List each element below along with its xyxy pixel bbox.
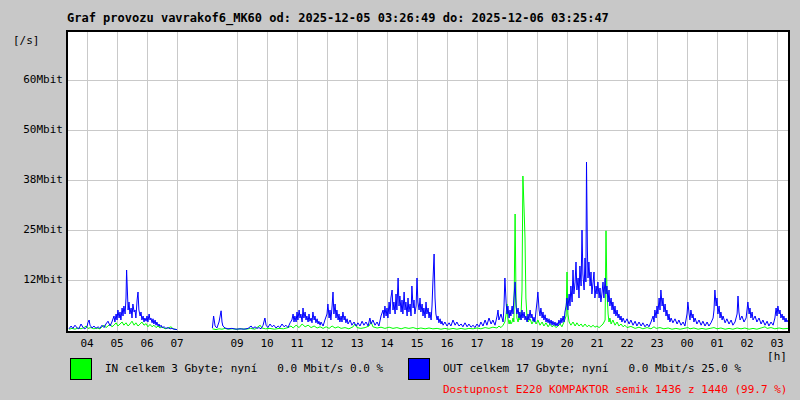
- legend-out-label: OUT celkem 17 Gbyte; nyní 0.0 Mbit/s 25.…: [443, 362, 741, 375]
- x-tick-label: 04: [80, 338, 93, 350]
- traffic-chart: [68, 32, 788, 331]
- x-tick-label: 23: [650, 338, 663, 350]
- x-tick-label: 15: [410, 338, 423, 350]
- x-tick-label: 14: [380, 338, 393, 350]
- y-tick-label: 25Mbit: [23, 224, 63, 236]
- x-tick-label: 21: [590, 338, 603, 350]
- plot-area: [66, 30, 790, 333]
- x-tick-label: 22: [620, 338, 633, 350]
- x-tick-label: 00: [680, 338, 693, 350]
- x-tick-label: 18: [500, 338, 513, 350]
- y-tick-label: 50Mbit: [23, 124, 63, 136]
- y-tick-label: 38Mbit: [23, 174, 63, 186]
- x-tick-label: 13: [350, 338, 363, 350]
- x-tick-label: 20: [560, 338, 573, 350]
- x-tick-label: 16: [440, 338, 453, 350]
- series-in-line: [212, 176, 788, 330]
- x-tick-label: 07: [170, 338, 183, 350]
- x-tick-label: 19: [530, 338, 543, 350]
- availability-text: Dostupnost E220 KOMPAKTOR semik 1436 z 1…: [443, 383, 787, 396]
- legend-in-label: IN celkem 3 Gbyte; nyní 0.0 Mbit/s 0.0 %: [105, 362, 383, 375]
- y-axis-unit-label: [/s]: [13, 34, 40, 47]
- x-tick-label: 02: [740, 338, 753, 350]
- legend-in-swatch: [70, 358, 92, 380]
- legend-out-swatch: [408, 358, 430, 380]
- x-tick-label: 12: [320, 338, 333, 350]
- series-out-line: [212, 162, 788, 329]
- x-tick-label: 05: [110, 338, 123, 350]
- x-tick-label: 10: [260, 338, 273, 350]
- x-tick-label: 17: [470, 338, 483, 350]
- x-tick-label: 03: [770, 338, 783, 350]
- x-tick-label: 09: [230, 338, 243, 350]
- x-tick-label: 01: [710, 338, 723, 350]
- graph-title: Graf provozu vavrakof6_MK60 od: 2025-12-…: [67, 11, 609, 25]
- y-tick-label: 60Mbit: [23, 74, 63, 86]
- series-out-line: [69, 270, 177, 330]
- x-tick-label: 11: [290, 338, 303, 350]
- x-axis-unit-label: [h]: [767, 350, 787, 363]
- traffic-graph-page: Graf provozu vavrakof6_MK60 od: 2025-12-…: [0, 0, 800, 400]
- x-tick-label: 06: [140, 338, 153, 350]
- y-tick-label: 12Mbit: [23, 274, 63, 286]
